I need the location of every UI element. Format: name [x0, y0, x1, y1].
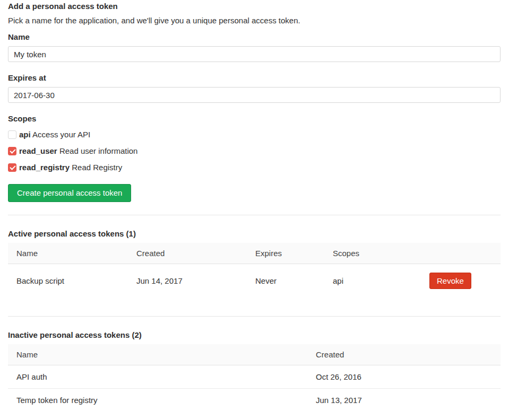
token-name-input[interactable] [8, 46, 501, 62]
token-expires-cell: Never [247, 264, 324, 298]
table-header-row: Name Created Expires Scopes [8, 243, 501, 264]
inactive-tokens-heading: Inactive personal access tokens (2) [8, 329, 501, 340]
scope-name: read_user [19, 146, 57, 155]
column-header-scopes: Scopes [324, 243, 421, 264]
column-header-created: Created [307, 344, 501, 365]
column-header-actions [421, 243, 501, 264]
create-token-button[interactable]: Create personal access token [8, 184, 131, 202]
token-name-cell: Temp token for registry [8, 389, 307, 412]
expires-at-input[interactable] [8, 87, 501, 103]
token-name-cell: Backup script [8, 264, 128, 298]
read-registry-checkbox[interactable] [8, 163, 16, 172]
active-tokens-table: Name Created Expires Scopes Backup scrip… [8, 243, 501, 298]
column-header-expires: Expires [247, 243, 324, 264]
token-name-cell: API auth [8, 365, 307, 389]
column-header-name: Name [8, 243, 128, 264]
token-action-cell: Revoke [421, 264, 501, 298]
add-token-heading: Add a personal access token [8, 1, 501, 12]
column-header-created: Created [128, 243, 247, 264]
scope-api-checkbox-row[interactable]: api Access your API [8, 129, 501, 140]
scopes-list: api Access your API read_user Read user … [8, 129, 501, 173]
scope-read-registry-checkbox-row[interactable]: read_registry Read Registry [8, 162, 501, 173]
divider [8, 215, 501, 215]
table-header-row: Name Created [8, 344, 501, 365]
name-label: Name [8, 31, 501, 42]
add-token-description: Pick a name for the application, and we'… [8, 15, 501, 26]
token-created-cell: Jun 13, 2017 [307, 389, 501, 412]
scope-read-user-checkbox-row[interactable]: read_user Read user information [8, 145, 501, 156]
scope-description: Read user information [59, 146, 138, 155]
expires-at-label: Expires at [8, 72, 501, 83]
inactive-tokens-table: Name Created API auth Oct 26, 2016 Temp … [8, 344, 501, 412]
divider [8, 316, 501, 317]
personal-access-tokens-page: Add a personal access token Pick a name … [8, 1, 501, 412]
inactive-token-row: Temp token for registry Jun 13, 2017 [8, 389, 501, 412]
active-tokens-heading: Active personal access tokens (1) [8, 228, 501, 239]
scope-name: read_registry [19, 163, 70, 172]
column-header-name: Name [8, 344, 307, 365]
active-token-row: Backup script Jun 14, 2017 Never api Rev… [8, 264, 501, 298]
api-checkbox[interactable] [8, 130, 16, 139]
token-scopes-cell: api [324, 264, 421, 298]
scope-name: api [19, 130, 31, 139]
scope-description: Access your API [32, 130, 90, 139]
token-created-cell: Oct 26, 2016 [307, 365, 501, 389]
revoke-button[interactable]: Revoke [429, 273, 471, 289]
token-created-cell: Jun 14, 2017 [128, 264, 247, 298]
scope-description: Read Registry [72, 163, 122, 172]
scopes-label: Scopes [8, 113, 501, 124]
read-user-checkbox[interactable] [8, 147, 16, 155]
inactive-token-row: API auth Oct 26, 2016 [8, 365, 501, 389]
